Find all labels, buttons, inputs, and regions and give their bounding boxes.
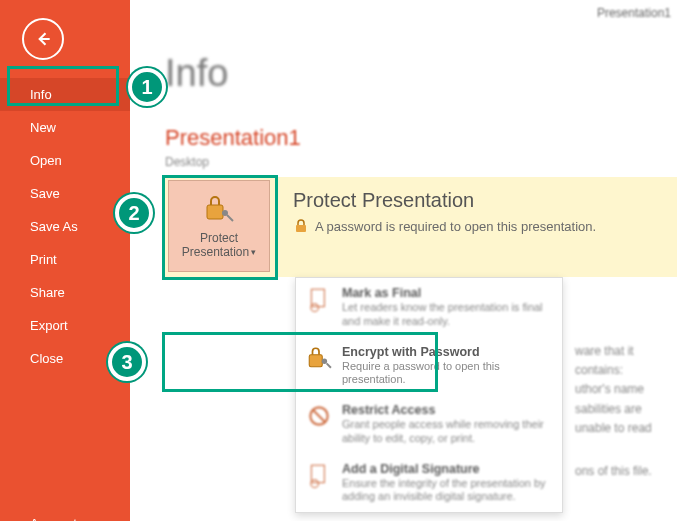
doc-path: Desktop — [130, 151, 677, 169]
back-button[interactable] — [22, 18, 64, 60]
step-badge-1: 1 — [128, 68, 166, 106]
menu-encrypt-title: Encrypt with Password — [342, 345, 552, 359]
menu-digital-signature[interactable]: Add a Digital SignatureEnsure the integr… — [296, 454, 562, 513]
sidebar-item-save[interactable]: Save — [0, 177, 130, 210]
doc-title: Presentation1 — [130, 95, 677, 151]
menu-mark-as-final[interactable]: Mark as FinalLet readers know the presen… — [296, 278, 562, 337]
sidebar-item-info[interactable]: Info — [0, 78, 130, 111]
protect-heading: Protect Presentation — [293, 189, 596, 212]
sidebar-item-print[interactable]: Print — [0, 243, 130, 276]
protect-section: Protect Presentation▾ Protect Presentati… — [165, 177, 677, 277]
sidebar-item-save-as[interactable]: Save As — [0, 210, 130, 243]
svg-rect-2 — [296, 225, 306, 232]
sidebar-item-new[interactable]: New — [0, 111, 130, 144]
lock-key-icon — [306, 345, 332, 371]
page-title: Info — [130, 0, 677, 95]
signature-icon — [306, 462, 332, 488]
menu-encrypt-password[interactable]: Encrypt with PasswordRequire a password … — [296, 337, 562, 396]
sidebar-item-account[interactable]: Account — [0, 507, 130, 521]
step-badge-2: 2 — [115, 194, 153, 232]
protect-info: Protect Presentation A password is requi… — [273, 177, 596, 234]
versions-text-fragment: ons of this file. — [575, 462, 652, 481]
menu-restrict-access[interactable]: Restrict AccessGrant people access while… — [296, 395, 562, 454]
protect-status: A password is required to open this pres… — [315, 219, 596, 234]
svg-point-6 — [322, 358, 327, 363]
sidebar-item-open[interactable]: Open — [0, 144, 130, 177]
back-arrow-icon — [33, 29, 53, 49]
menu-encrypt-desc: Require a password to open this presenta… — [342, 360, 552, 388]
step-badge-3: 3 — [108, 343, 146, 381]
svg-rect-0 — [207, 205, 223, 219]
final-icon — [306, 286, 332, 312]
backstage-sidebar: Info New Open Save Save As Print Share E… — [0, 0, 130, 521]
protect-button-label: Protect Presentation▾ — [182, 231, 256, 260]
lock-icon — [293, 218, 309, 234]
protect-presentation-button[interactable]: Protect Presentation▾ — [168, 180, 270, 272]
lock-key-icon — [203, 193, 235, 225]
sidebar-nav: Info New Open Save Save As Print Share E… — [0, 78, 130, 521]
chevron-down-icon: ▾ — [251, 247, 256, 258]
protect-dropdown-menu: Mark as FinalLet readers know the presen… — [295, 277, 563, 513]
inspect-text-fragment: ware that it contains: uthor's name sabi… — [575, 342, 677, 438]
restrict-icon — [306, 403, 332, 429]
svg-rect-5 — [309, 354, 322, 366]
main-panel: Presentation1 Info Presentation1 Desktop… — [130, 0, 677, 521]
sidebar-item-share[interactable]: Share — [0, 276, 130, 309]
sidebar-item-export[interactable]: Export — [0, 309, 130, 342]
